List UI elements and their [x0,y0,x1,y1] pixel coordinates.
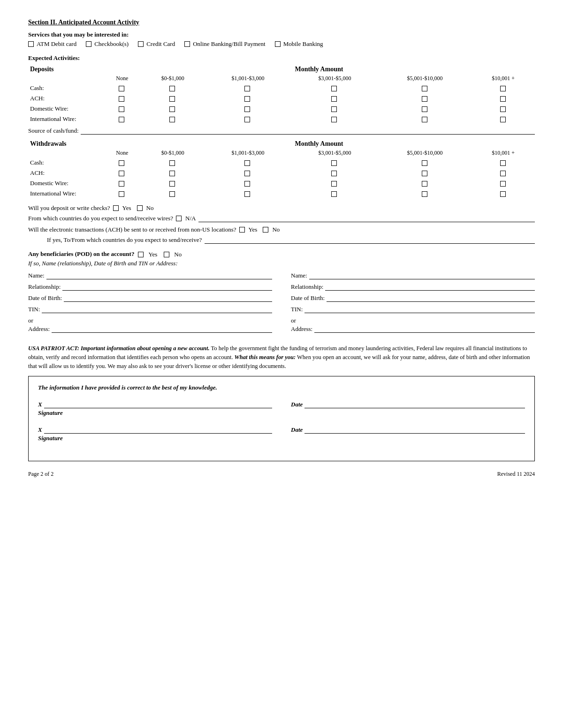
deposits-label: Deposits [28,65,103,74]
pod-yes-cb[interactable] [138,252,144,257]
wd-cash-3001-5000-cb[interactable] [331,160,337,166]
dep-col-none: None [103,74,141,83]
wd-domwire-5001-10000-cb[interactable] [422,181,427,187]
dep-intwire-10001plus-cb[interactable] [500,117,506,122]
withdrawals-domwire-row: Domestic Wire: [28,178,535,188]
dep-cash-5001-10000-cb[interactable] [422,86,427,91]
sig1-date-underline[interactable] [304,401,525,408]
pod-right-dob-field[interactable] [327,294,535,302]
dep-domwire-3001-5000-cb[interactable] [331,106,337,112]
sig2-x-line: X [38,426,272,434]
dep-intwire-none-cb[interactable] [119,117,124,122]
sig1-underline[interactable] [44,401,272,408]
pod-left-name-field[interactable] [46,272,272,279]
wd-intwire-1001-3000-cb[interactable] [244,191,250,197]
wd-domwire-1001-3000-cb[interactable] [244,181,250,187]
pod-subtitle: If so, Name (relationship), Date of Birt… [28,260,535,267]
dep-col-10001plus: $10,001 + [472,74,535,83]
dep-intwire-0-1000-cb[interactable] [169,117,175,122]
service-online-banking[interactable]: Online Banking/Bill Payment [184,40,266,48]
pod-right-name-field[interactable] [309,272,535,279]
dep-ach-10001plus-cb[interactable] [500,96,506,102]
wd-intwire-3001-5000-cb[interactable] [331,191,337,197]
deposits-monthly-label: Monthly Amount [103,65,535,74]
q3-line: Will the electronic transactions (ACH) b… [28,226,535,233]
service-atm-debit[interactable]: ATM Debit card [28,40,76,48]
wd-ach-10001plus-cb[interactable] [500,171,506,176]
dep-domwire-5001-10000-cb[interactable] [422,106,427,112]
sig2-label: Signature [38,435,272,442]
wd-ach-3001-5000-cb[interactable] [331,171,337,176]
pod-right-addr-field[interactable] [314,325,535,333]
dep-ach-1001-3000-cb[interactable] [244,96,250,102]
sig-row-1: X Signature Date [38,401,525,417]
sig2-date-underline[interactable] [304,426,525,434]
pod-right-or: or [291,317,535,324]
pod-right-rel-field[interactable] [325,283,535,291]
dep-col-5001-10000: $5,001-$10,000 [378,74,472,83]
dep-cash-1001-3000-cb[interactable] [244,86,250,91]
dep-domwire-1001-3000-cb[interactable] [244,106,250,112]
wd-intwire-0-1000-cb[interactable] [169,191,175,197]
dep-domwire-0-1000-cb[interactable] [169,106,175,112]
wd-cash-10001plus-cb[interactable] [500,160,506,166]
dep-cash-3001-5000-cb[interactable] [331,86,337,91]
sig2-date-label: Date [291,426,303,434]
dep-cash-10001plus-cb[interactable] [500,86,506,91]
wd-domwire-3001-5000-cb[interactable] [331,181,337,187]
wd-intwire-5001-10000-cb[interactable] [422,191,427,197]
q1-no-cb[interactable] [137,205,143,211]
dep-ach-3001-5000-cb[interactable] [331,96,337,102]
dep-ach-none-cb[interactable] [119,96,124,102]
wd-ach-5001-10000-cb[interactable] [422,171,427,176]
wd-cash-5001-10000-cb[interactable] [422,160,427,166]
checkbox-mobile-banking[interactable] [275,41,281,47]
pod-left-addr-field[interactable] [52,325,272,333]
q2-field[interactable] [198,215,535,222]
pod-right-tin-field[interactable] [304,306,535,313]
wd-domwire-none-cb[interactable] [119,181,124,187]
dep-cash-0-1000-cb[interactable] [169,86,175,91]
sig2-date-line: Date [291,426,525,434]
wd-intwire-10001plus-cb[interactable] [500,191,506,197]
wd-ach-none-cb[interactable] [119,171,124,176]
withdrawals-ach-row: ACH: [28,168,535,178]
wd-ach-1001-3000-cb[interactable] [244,171,250,176]
dep-intwire-5001-10000-cb[interactable] [422,117,427,122]
wd-cash-none-cb[interactable] [119,160,124,166]
wd-domwire-0-1000-cb[interactable] [169,181,175,187]
checkbox-checkbook[interactable] [86,41,91,47]
source-cash-field[interactable] [81,127,535,135]
wd-cash-1001-3000-cb[interactable] [244,160,250,166]
dep-intwire-1001-3000-cb[interactable] [244,117,250,122]
service-checkbook[interactable]: Checkbook(s) [86,40,129,48]
q3-yes-cb[interactable] [239,227,245,233]
dep-domwire-none-cb[interactable] [119,106,124,112]
q1-yes-cb[interactable] [113,205,119,211]
q4-field[interactable] [205,236,535,244]
pod-left-rel-field[interactable] [62,283,272,291]
pod-left-tin-field[interactable] [42,306,272,313]
q2-text: From which countries do you expect to se… [28,215,173,222]
q2-na-cb[interactable] [176,216,182,221]
dep-intwire-3001-5000-cb[interactable] [331,117,337,122]
dep-ach-0-1000-cb[interactable] [169,96,175,102]
dep-domwire-10001plus-cb[interactable] [500,106,506,112]
wd-ach-0-1000-cb[interactable] [169,171,175,176]
service-credit-card[interactable]: Credit Card [138,40,175,48]
checkbox-credit-card[interactable] [138,41,144,47]
checkbox-online-banking[interactable] [184,41,190,47]
pod-left-dob-field[interactable] [64,294,272,302]
service-mobile-banking[interactable]: Mobile Banking [275,40,323,48]
dep-ach-5001-10000-cb[interactable] [422,96,427,102]
wd-intwire-none-cb[interactable] [119,191,124,197]
wd-domwire-10001plus-cb[interactable] [500,181,506,187]
dep-cash-none-cb[interactable] [119,86,124,91]
checkbox-atm-debit[interactable] [28,41,34,47]
pod-no-cb[interactable] [164,252,169,257]
q3-no-cb[interactable] [263,227,268,233]
q1-line: Will you deposit or write checks? Yes No [28,204,535,212]
q3-no-label: No [272,226,280,233]
sig2-underline[interactable] [44,426,272,434]
wd-cash-0-1000-cb[interactable] [169,160,175,166]
